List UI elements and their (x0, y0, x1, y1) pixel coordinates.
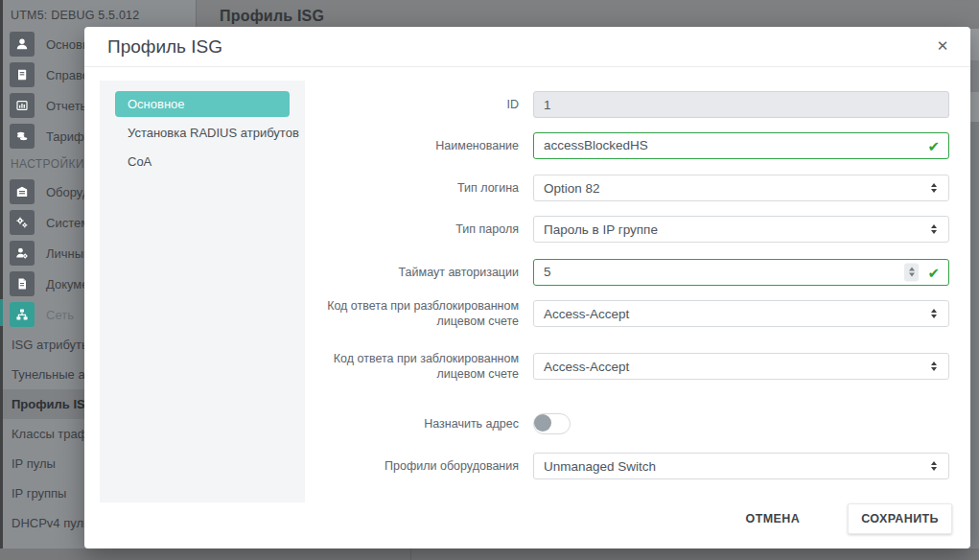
subitem-label: IP пулы (12, 456, 56, 471)
gears-icon (10, 210, 35, 235)
subitem-label: ISG атрибуты (12, 338, 90, 352)
blocked-response-select[interactable]: Access-Accept (533, 353, 949, 380)
equipment-profiles-label: Профили оборудования (315, 458, 519, 474)
toggle-knob (534, 414, 551, 432)
equipment-icon (10, 179, 35, 204)
password-type-label: Тип пароля (315, 222, 519, 237)
modal-nav-panel: Основное Установка RADIUS атрибутов CoA (100, 81, 305, 502)
id-label: ID (315, 97, 519, 112)
password-type-select[interactable]: Пароль в IP группе (533, 216, 949, 243)
id-field (533, 91, 949, 118)
unblocked-response-label: Код ответа при разблокированном лицевом … (315, 298, 519, 329)
chart-icon (10, 93, 35, 118)
select-value: Option 82 (544, 181, 931, 196)
select-updown-icon (931, 224, 937, 234)
coins-icon (10, 124, 35, 149)
book-icon (10, 62, 35, 87)
equipment-profiles-select[interactable]: Unmanaged Switch (533, 453, 949, 479)
select-value: Пароль в IP группе (544, 222, 931, 237)
select-value: Access-Accept (544, 307, 931, 321)
form-row-id: ID (315, 91, 949, 118)
form-row-login-type: Тип логина Option 82 (315, 175, 949, 201)
background-page-title: Профиль ISG (220, 8, 324, 25)
form-row-name: Наименование ✔ (315, 131, 949, 159)
modal-nav-item-osnovnoe[interactable]: Основное (115, 91, 290, 117)
modal-nav-item-coa[interactable]: CoA (115, 149, 290, 175)
auth-timeout-field[interactable] (533, 259, 949, 286)
subitem-label: IP группы (12, 486, 66, 501)
content-topbar: Профиль ISG (197, 0, 979, 29)
login-type-label: Тип логина (315, 180, 519, 196)
subitem-label: DHCPv4 пулы (12, 516, 92, 530)
form-row-equipment-profiles: Профили оборудования Unmanaged Switch (315, 453, 949, 479)
app-title: UTM5: DEBUG 5.5.012 (3, 0, 196, 22)
isg-profile-modal: Профиль ISG ✕ Основное Установка RADIUS … (84, 27, 970, 548)
sidebar-item-label: Сеть (46, 308, 74, 322)
backdrop-bottom-strip (0, 548, 979, 560)
select-value: Access-Accept (544, 360, 931, 374)
cancel-button[interactable]: ОТМЕНА (736, 506, 810, 531)
name-label: Наименование (315, 138, 519, 153)
form-row-blocked-response: Код ответа при заблокированном лицевом с… (315, 353, 949, 380)
modal-title: Профиль ISG (107, 36, 222, 58)
number-spinner[interactable] (904, 263, 919, 281)
subitem-label: Профиль ISG (12, 397, 95, 411)
save-button[interactable]: СОХРАНИТЬ (848, 503, 952, 534)
person-icon (10, 32, 35, 57)
sidebar-item-label: Отчеты (46, 99, 89, 113)
valid-check-icon: ✔ (927, 265, 940, 279)
form-row-auth-timeout: Таймаут авторизации ✔ (315, 258, 949, 286)
select-value: Unmanaged Switch (544, 459, 931, 474)
form-row-unblocked-response: Код ответа при разблокированном лицевом … (315, 300, 949, 327)
select-updown-icon (931, 183, 937, 193)
modal-nav-item-radius-attrs[interactable]: Установка RADIUS атрибутов (115, 120, 290, 146)
backdrop-bottom-divider (410, 548, 411, 560)
select-updown-icon (931, 461, 937, 471)
auth-timeout-label: Таймаут авторизации (315, 265, 519, 280)
login-type-select[interactable]: Option 82 (533, 175, 949, 201)
modal-footer: ОТМЕНА СОХРАНИТЬ (736, 503, 952, 534)
form-row-assign-address: Назначить адрес (315, 414, 949, 433)
form-row-password-type: Тип пароля Пароль в IP группе (315, 216, 949, 243)
assign-address-toggle[interactable] (533, 413, 571, 434)
valid-check-icon: ✔ (927, 138, 940, 152)
document-icon (10, 271, 35, 296)
select-updown-icon (931, 309, 937, 318)
close-icon[interactable]: ✕ (932, 35, 953, 57)
select-updown-icon (931, 362, 937, 371)
modal-header: Профиль ISG ✕ (84, 27, 970, 67)
unblocked-response-select[interactable]: Access-Accept (533, 300, 949, 327)
blocked-response-label: Код ответа при заблокированном лицевом с… (315, 351, 519, 382)
user-settings-icon (10, 241, 35, 266)
isg-profile-form: ID Наименование ✔ Тип логина Option 82 Т… (315, 81, 949, 548)
assign-address-label: Назначить адрес (315, 416, 519, 432)
network-icon (10, 302, 35, 327)
name-field[interactable] (533, 132, 949, 159)
